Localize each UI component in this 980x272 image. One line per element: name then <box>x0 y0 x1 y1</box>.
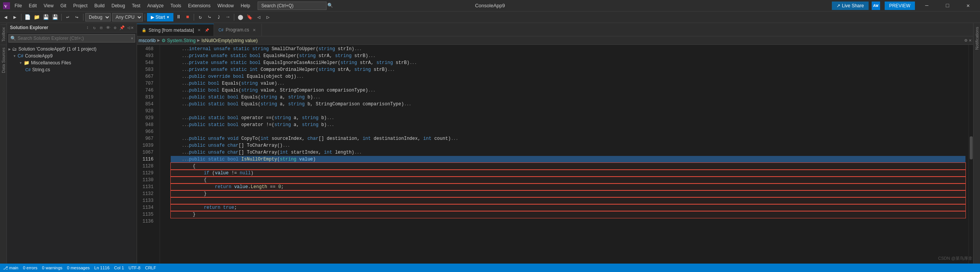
line-number: 583 <box>137 66 157 73</box>
code-content[interactable]: ...internal unsafe static string SmallCh… <box>168 45 969 272</box>
expand-icon-project: ▼ <box>13 54 16 58</box>
line-number: 1136 <box>137 218 157 225</box>
data-sources-tab[interactable]: Data Sources <box>0 45 7 75</box>
se-refresh-button[interactable]: ↻ <box>91 25 98 31</box>
new-file-button[interactable]: 📄 <box>23 13 32 21</box>
title-bar-right: ↗ Live Share AW PREVIEW ─ □ ✕ <box>832 0 977 11</box>
scroll-thumb[interactable] <box>970 136 973 159</box>
undo-button[interactable]: ↩ <box>64 13 72 21</box>
status-item[interactable]: Ln 1116 <box>94 265 109 270</box>
line-number: 493 <box>137 52 157 59</box>
breadcrumb-namespace: mscorlib <box>139 38 156 43</box>
menu-item-analyze[interactable]: Analyze <box>144 2 167 9</box>
menu-item-window[interactable]: Window <box>214 2 237 9</box>
code-line: if (value != null) <box>171 170 965 177</box>
menu-item-extensions[interactable]: Extensions <box>185 2 214 9</box>
status-item[interactable]: CRLF <box>145 265 156 270</box>
menu-item-test[interactable]: Test <box>129 2 144 9</box>
avatar-button[interactable]: AW <box>872 2 880 10</box>
menu-item-debug[interactable]: Debug <box>108 2 128 9</box>
menu-item-file[interactable]: File <box>11 2 25 9</box>
se-pin-button[interactable]: 📌 <box>119 25 125 31</box>
code-line: ...internal unsafe static string SmallCh… <box>171 46 965 52</box>
gutter-item <box>160 94 168 101</box>
status-item[interactable]: 0 warnings <box>42 265 62 270</box>
debug-misc-4[interactable]: → <box>224 13 232 21</box>
status-item[interactable]: 0 errors <box>23 265 38 270</box>
code-line: } <box>171 190 965 197</box>
menu-item-tools[interactable]: Tools <box>167 2 184 9</box>
search-area: 🔍 <box>258 2 333 10</box>
tree-item-misc[interactable]: ▼ 📁 Miscellaneous Files <box>7 59 137 66</box>
preview-button[interactable]: PREVIEW <box>885 2 915 10</box>
close-button[interactable]: ✕ <box>959 0 977 11</box>
open-button[interactable]: 📁 <box>33 13 41 21</box>
code-line: ...public static bool operator ==(string… <box>171 115 965 121</box>
minimize-button[interactable]: ─ <box>918 0 936 11</box>
debug-misc-3[interactable]: ⤸ <box>214 13 223 21</box>
editor-close-icon[interactable]: ✕ <box>969 38 972 43</box>
code-line: ...public unsafe char[] ToCharArray(int … <box>171 149 965 156</box>
tab-close-1[interactable]: ✕ <box>252 27 257 33</box>
breadcrumb-sep-2: ▶ <box>197 38 200 43</box>
status-item[interactable]: 0 messages <box>67 265 90 270</box>
nav-bookmark-1[interactable]: 🔖 <box>245 13 254 21</box>
menu-item-git[interactable]: Git <box>57 2 69 9</box>
breakpoint-button[interactable]: ⬤ <box>236 13 245 21</box>
status-item[interactable]: Col 1 <box>114 265 124 270</box>
stop-button[interactable]: ■ <box>183 13 192 21</box>
code-line: ...public bool Equals(string value, Stri… <box>171 87 965 94</box>
save-button[interactable]: 💾 <box>42 13 50 21</box>
vertical-scrollbar[interactable] <box>969 45 973 272</box>
se-collapse-button[interactable]: ⊟ <box>98 25 105 31</box>
live-share-button[interactable]: ↗ Live Share <box>832 2 868 10</box>
tree-item-project[interactable]: ▼ C# ConsoleApp9 <box>7 52 137 59</box>
run-button[interactable]: ▶ Start ▼ <box>147 13 173 21</box>
line-number: 1116 <box>137 156 157 163</box>
tab-string-metadata[interactable]: 🔒 String [from metadata] ✕ 📌 <box>137 24 214 36</box>
code-line: ...public unsafe void CopyTo(int sourceI… <box>171 135 965 142</box>
se-close-button[interactable]: ✕ <box>131 25 134 31</box>
code-line: { <box>171 163 965 170</box>
nav-bookmark-2[interactable]: ◁ <box>255 13 263 21</box>
tree-item-solution[interactable]: ▶ 🗂 Solution 'ConsoleApp9' (1 of 1 proje… <box>7 46 137 52</box>
se-search-input[interactable] <box>18 36 129 41</box>
tree-item-stringcs[interactable]: C# String.cs <box>7 66 137 73</box>
live-share-label: Live Share <box>842 3 864 8</box>
solution-explorer-search[interactable]: 🔍 ✕ <box>8 34 135 43</box>
expand-icon: ▶ <box>8 48 11 51</box>
toolbox-tab[interactable]: Toolbox <box>0 25 7 44</box>
se-dock-button[interactable]: ◁ <box>127 25 130 31</box>
nav-bookmark-3[interactable]: ▷ <box>264 13 272 21</box>
menu-item-edit[interactable]: Edit <box>26 2 40 9</box>
tab-close-0[interactable]: ✕ <box>196 28 202 33</box>
menu-item-help[interactable]: Help <box>238 2 253 9</box>
lock-icon: 🔒 <box>142 28 146 32</box>
gutter-item <box>160 101 168 108</box>
forward-button[interactable]: ▶ <box>11 13 19 21</box>
toolbar: ◀ ▶ 📄 📁 💾 💾 ↩ ↪ Debug Any CPU ▶ Start ▼ … <box>0 11 980 23</box>
redo-button[interactable]: ↪ <box>73 13 81 21</box>
status-item[interactable]: UTF-8 <box>129 265 140 270</box>
status-item[interactable]: ⎇ main <box>3 265 18 270</box>
menu-item-project[interactable]: Project <box>70 2 90 9</box>
global-search-input[interactable] <box>258 2 327 10</box>
debug-misc-2[interactable]: ⤷ <box>205 13 214 21</box>
code-line: ...public bool Equals(string value)... <box>171 80 965 87</box>
debug-config-dropdown[interactable]: Debug <box>85 13 111 21</box>
restore-button[interactable]: □ <box>939 0 956 11</box>
se-show-all-button[interactable]: 👁 <box>105 25 111 31</box>
back-button[interactable]: ◀ <box>2 13 10 21</box>
se-properties-button[interactable]: ⚙ <box>112 25 118 31</box>
notifications-tab[interactable]: Notifications <box>974 25 980 52</box>
platform-dropdown[interactable]: Any CPU <box>112 13 143 21</box>
tab-program-cs[interactable]: C# Program.cs ✕ <box>214 24 262 36</box>
settings-icon[interactable]: ⚙ <box>965 38 967 43</box>
save-all-button[interactable]: 💾 <box>51 13 59 21</box>
menu-item-view[interactable]: View <box>41 2 57 9</box>
pause-button[interactable]: ⏸ <box>174 13 183 21</box>
menu-item-build[interactable]: Build <box>91 2 108 9</box>
debug-misc-1[interactable]: ↻ <box>196 13 204 21</box>
se-sync-button[interactable]: ↕ <box>85 25 91 31</box>
gutter-item <box>160 156 168 163</box>
